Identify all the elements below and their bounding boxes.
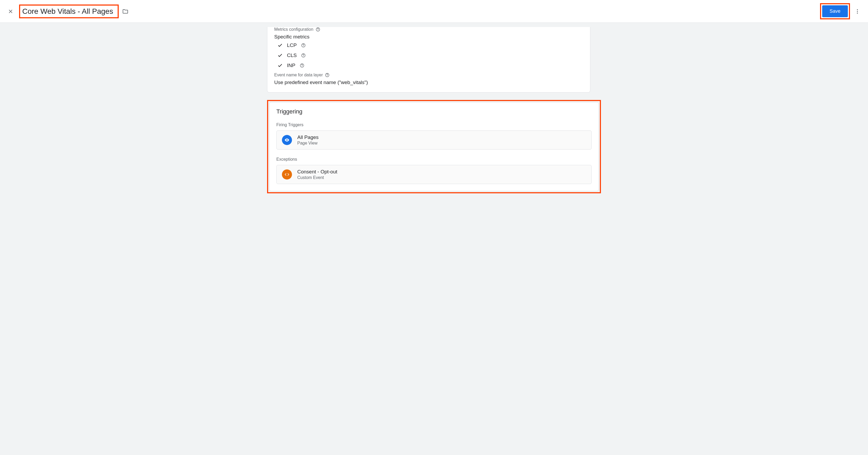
close-icon: [8, 8, 13, 14]
metric-row: INP: [274, 63, 583, 68]
firing-trigger-row[interactable]: All Pages Page View: [276, 131, 592, 149]
content: Metrics configuration Specific metrics L…: [0, 23, 868, 201]
metric-row: CLS: [274, 53, 583, 58]
close-button[interactable]: [6, 7, 15, 16]
header: Save: [0, 0, 868, 23]
metric-name: LCP: [287, 42, 297, 48]
trigger-title: All Pages: [297, 135, 318, 140]
firing-triggers-label: Firing Triggers: [276, 122, 592, 127]
folder-icon: [122, 8, 128, 15]
header-actions: Save: [820, 3, 862, 19]
custom-event-trigger-icon: [282, 169, 292, 179]
metric-name: CLS: [287, 53, 297, 58]
eye-icon: [284, 137, 289, 143]
trigger-type: Custom Event: [297, 175, 337, 180]
exception-trigger-row[interactable]: Consent - Opt-out Custom Event: [276, 165, 592, 184]
help-icon: [300, 63, 304, 68]
trigger-type: Page View: [297, 141, 318, 146]
help-icon: [301, 53, 306, 58]
svg-point-2: [857, 12, 858, 13]
trigger-title: Consent - Opt-out: [297, 169, 337, 175]
title-highlight: [19, 4, 119, 18]
metric-help-button[interactable]: [301, 53, 306, 58]
metric-list: LCP CLS INP: [274, 42, 583, 68]
exceptions-label: Exceptions: [276, 157, 592, 162]
code-icon: [284, 172, 289, 177]
title-row: [19, 4, 816, 18]
help-icon: [316, 27, 320, 32]
pageview-trigger-icon: [282, 135, 292, 145]
tag-configuration-card: Metrics configuration Specific metrics L…: [267, 27, 590, 92]
event-name-label-row: Event name for data layer: [274, 73, 583, 78]
svg-point-0: [857, 9, 858, 10]
more-menu-button[interactable]: [853, 7, 862, 16]
metric-help-button[interactable]: [301, 43, 306, 48]
metric-name: INP: [287, 63, 296, 68]
tag-name-input[interactable]: [21, 6, 117, 17]
triggering-highlight: Triggering Firing Triggers All Pages Pag…: [267, 100, 601, 193]
metrics-config-value: Specific metrics: [274, 34, 583, 40]
metrics-config-label-row: Metrics configuration: [274, 27, 583, 32]
help-icon: [301, 43, 306, 48]
triggering-title: Triggering: [276, 108, 592, 115]
check-icon: [277, 43, 283, 48]
trigger-text: Consent - Opt-out Custom Event: [297, 169, 337, 180]
trigger-text: All Pages Page View: [297, 135, 318, 146]
event-name-value: Use predefined event name ("web_vitals"): [274, 80, 583, 85]
svg-point-1: [857, 11, 858, 12]
help-icon: [325, 73, 330, 78]
save-button[interactable]: Save: [822, 5, 848, 17]
check-icon: [277, 53, 283, 58]
more-vert-icon: [855, 8, 860, 14]
event-name-label: Event name for data layer: [274, 73, 323, 78]
metrics-config-label: Metrics configuration: [274, 27, 313, 32]
metric-help-button[interactable]: [300, 63, 304, 68]
metrics-help-button[interactable]: [316, 27, 320, 32]
check-icon: [277, 63, 283, 68]
triggering-card: Triggering Firing Triggers All Pages Pag…: [269, 102, 599, 191]
event-help-button[interactable]: [325, 73, 330, 78]
save-highlight: Save: [820, 3, 850, 19]
metric-row: LCP: [274, 42, 583, 48]
folder-button[interactable]: [122, 8, 129, 15]
